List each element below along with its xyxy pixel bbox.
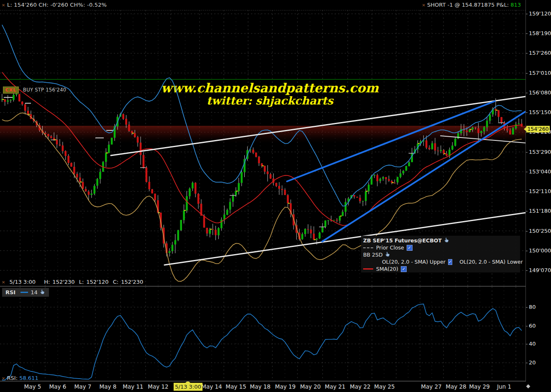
hand-cursor-icon[interactable]: [40, 289, 45, 295]
price-tick: 156'080: [526, 89, 551, 96]
top-info-bar: ✕ L: 154'260 CH: -0'260 CH%: -0.52% ✕ SH…: [0, 0, 551, 10]
close-icon[interactable]: ✕: [2, 376, 5, 381]
price-tick: 149'070: [526, 267, 551, 273]
pnl-value: 813: [510, 2, 521, 8]
low-label: L:: [79, 279, 84, 285]
panel-divider[interactable]: [0, 381, 525, 382]
price-tick: 158'190: [526, 30, 551, 36]
rsi-line-sample: [21, 292, 28, 293]
price-tick: 159'120: [526, 10, 551, 17]
rsi-status-line: ✕ RSI: 58.611: [2, 375, 38, 381]
time-axis[interactable]: May 5May 6May 7May 8May 11May 12May 14Ma…: [0, 382, 551, 392]
date-label: May 5: [24, 383, 41, 390]
rsi-line: [2, 304, 522, 380]
rsi-tick: 80: [526, 304, 536, 310]
date-label: May 29: [469, 383, 489, 390]
bar-time: 5/13 3:00: [10, 279, 36, 285]
price-tick: 157'260: [526, 50, 551, 56]
price-tick: 153'290: [526, 149, 551, 155]
price-tick: 151'180: [526, 208, 551, 214]
date-label: Jun 1: [497, 383, 511, 390]
quote-summary: ✕ L: 154'260 CH: -0'260 CH%: -0.52%: [2, 2, 107, 8]
high-label: H:: [44, 279, 50, 285]
cancel-order-button[interactable]: CXL: [3, 87, 19, 94]
date-label: May 14: [201, 383, 222, 390]
date-label: May 8: [100, 383, 117, 390]
date-label: May 20: [300, 383, 320, 390]
bb-upper-checkbox[interactable]: ✓: [448, 259, 452, 265]
price-tick: 150'000: [526, 247, 551, 254]
price-axis[interactable]: 159'120158'190157'260157'010156'080155'1…: [525, 0, 551, 392]
candles-layer: [1, 92, 523, 257]
rsi-tick: 20: [526, 359, 536, 366]
close-value: 152'230: [121, 279, 143, 285]
date-label: May 15: [226, 383, 246, 390]
price-tick: 150'250: [526, 228, 551, 234]
date-label: May 6: [49, 383, 67, 390]
rsi-period: 14: [31, 289, 38, 295]
date-label: May 22: [350, 383, 370, 390]
price-tick: 153'040: [526, 168, 551, 175]
date-label: May 19: [275, 383, 295, 390]
bb-group-label: BB 2SD: [363, 252, 383, 258]
position-summary: ✕ SHORT -1 @ 154.871875 P&L: 813: [422, 2, 521, 8]
rsi-value: 58.611: [19, 375, 38, 381]
date-label: May 12: [148, 383, 168, 390]
close-icon[interactable]: ✕: [2, 3, 5, 8]
date-label: May 21: [325, 383, 345, 390]
hand-cursor-icon[interactable]: [385, 252, 390, 258]
date-label: May 28: [446, 383, 466, 390]
rsi-tick: 40: [526, 341, 536, 347]
panel-divider[interactable]: [0, 286, 525, 287]
sma-checkbox[interactable]: ✓: [401, 266, 407, 272]
date-label: May 18: [250, 383, 270, 390]
rsi-tick: 60: [526, 323, 536, 329]
prior-close-checkbox[interactable]: ✓: [407, 245, 413, 251]
legend-symbol-title: ZB SEP'15 Futures@ECBOT: [363, 237, 442, 244]
date-label: May 7: [74, 383, 92, 390]
rsi-value-label: RSI:: [7, 375, 18, 381]
quote-summary-text: L: 154'260 CH: -0'260 CH%: -0.52%: [7, 2, 107, 8]
price-tick: 152'110: [526, 188, 551, 194]
price-tick: 157'010: [526, 70, 551, 76]
prior-close-line-sample: [363, 247, 373, 248]
close-icon[interactable]: ✕: [422, 3, 425, 8]
chart-legend: ZB SEP'15 Futures@ECBOT Prior Close ✓ BB…: [361, 236, 520, 272]
close-label: C:: [113, 279, 118, 285]
rsi-indicator-panel[interactable]: [0, 287, 525, 381]
buy-stop-order-label[interactable]: BUY STP 156'240: [23, 87, 66, 93]
high-value: 152'230: [52, 279, 74, 285]
prior-close-label: Prior Close: [376, 244, 404, 251]
bb-lower-label: OL(20, 2.0 - SMA) Lower: [459, 259, 523, 265]
date-label: May 27: [421, 383, 441, 390]
trading-chart-window: ✕ L: 154'260 CH: -0'260 CH%: -0.52% ✕ SH…: [0, 0, 551, 392]
selected-bar-time-badge: 5/13 3:00: [174, 383, 202, 391]
bb-upper-label: OL(20, 2.0 - SMA) Upper: [382, 259, 446, 265]
close-icon[interactable]: ✕: [2, 280, 5, 285]
bar-status-line: ✕ 5/13 3:00 H:152'230 L:152'120 C:152'23…: [2, 279, 146, 285]
hand-cursor-icon[interactable]: [444, 237, 449, 244]
date-label: May 25: [374, 383, 395, 390]
rsi-title: RSI: [5, 289, 15, 295]
date-label: May 11: [123, 383, 143, 390]
grid-layer: [0, 287, 525, 381]
sma-label: SMA(20): [376, 266, 398, 272]
sma-line: [2, 72, 522, 226]
rsi-panel-header: RSI 14: [2, 288, 49, 297]
price-tick: 155'150: [526, 109, 551, 115]
low-value: 152'120: [86, 279, 108, 285]
position-text: SHORT -1 @ 154.871875 P&L:: [427, 2, 509, 8]
sma-line-sample: [363, 268, 373, 270]
last-price-badge: 154'260: [526, 126, 550, 132]
